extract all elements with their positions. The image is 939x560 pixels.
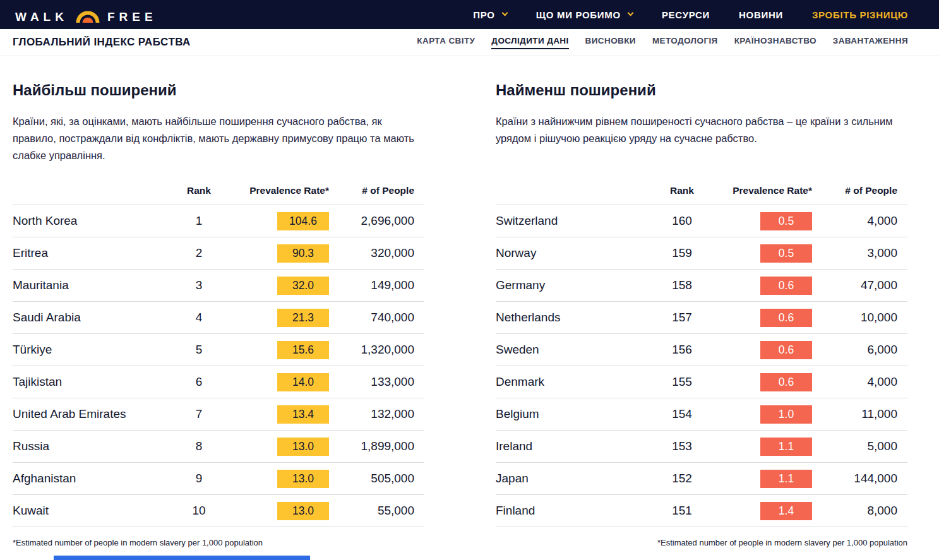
main-content: Найбільш поширений Країни, які, за оцінк… (0, 56, 939, 547)
people-count: 11,000 (812, 407, 907, 421)
table-row: Tajikistan614.0133,000 (13, 366, 424, 398)
people-count: 320,000 (329, 246, 424, 260)
prevalence-badge: 0.6 (760, 277, 812, 295)
rank-value: 156 (647, 343, 717, 357)
prevalence-cell: 104.6 (234, 212, 329, 230)
prevalence-badge: 104.6 (277, 212, 329, 230)
subnav-item-6[interactable]: ЗАВАНТАЖЕННЯ (833, 36, 908, 49)
table-header-row: Rank Prevalence Rate* # of People (496, 177, 907, 205)
top-nav-item-3[interactable]: РЕСУРСИ (662, 9, 710, 20)
table-row: Türkiye515.61,320,000 (13, 333, 424, 366)
logo-text-walk: WALK (15, 11, 68, 23)
top-nav-item-5[interactable]: ЗРОБІТЬ РІЗНИЦЮ (812, 9, 908, 20)
table-row: United Arab Emirates713.4132,000 (13, 398, 424, 430)
people-count: 6,000 (812, 343, 907, 357)
prevalence-badge: 1.0 (760, 405, 812, 424)
table-row: Russia813.01,899,000 (13, 430, 424, 462)
country-name: Saudi Arabia (13, 311, 164, 325)
people-count: 505,000 (329, 472, 424, 486)
prevalence-badge: 1.1 (760, 470, 812, 488)
prevalence-cell: 90.3 (234, 244, 329, 263)
country-name: United Arab Emirates (13, 407, 164, 421)
table-row: Mauritania332.0149,000 (13, 269, 424, 301)
people-count: 1,899,000 (329, 439, 424, 453)
prevalence-cell: 0.6 (717, 277, 812, 295)
top-nav-item-label: НОВИНИ (739, 9, 783, 20)
country-name: Ireland (496, 439, 647, 453)
column-header-rank: Rank (164, 185, 234, 196)
rank-value: 9 (164, 472, 234, 486)
prevalence-badge: 1.4 (760, 502, 812, 520)
rank-value: 2 (164, 246, 234, 260)
subnav-item-5[interactable]: КРАЇНОЗНАВСТВО (734, 36, 816, 49)
column-header-people: # of People (329, 185, 424, 196)
country-name: Mauritania (13, 278, 164, 292)
top-nav-item-2[interactable]: ЩО МИ РОБИМО (536, 9, 633, 20)
subnav-item-1[interactable]: КАРТА СВІТУ (417, 36, 475, 49)
country-name: Belgium (496, 407, 647, 421)
top-header-bar: WALK FREE ПРОЩО МИ РОБИМОРЕСУРСИНОВИНИЗР… (0, 0, 939, 29)
subnav-item-4[interactable]: МЕТОДОЛОГІЯ (652, 36, 718, 49)
logo-text-free: FREE (107, 11, 157, 23)
top-nav-item-label: РЕСУРСИ (662, 9, 710, 20)
top-nav-item-label: ПРО (473, 9, 494, 20)
prevalence-cell: 13.0 (234, 470, 329, 488)
rank-value: 158 (647, 278, 717, 292)
people-count: 3,000 (812, 246, 907, 260)
bottom-blue-bar (54, 556, 310, 560)
rank-value: 159 (647, 246, 717, 260)
subnav-bar: ГЛОБАЛЬНИЙ ІНДЕКС РАБСТВА КАРТА СВІТУДОС… (0, 29, 939, 56)
country-name: Russia (13, 439, 164, 453)
table-row: Eritrea290.3320,000 (13, 237, 424, 269)
rank-value: 160 (647, 214, 717, 228)
subnav-brand[interactable]: ГЛОБАЛЬНИЙ ІНДЕКС РАБСТВА (13, 36, 191, 49)
rank-value: 4 (164, 311, 234, 325)
prevalence-cell: 32.0 (234, 277, 329, 295)
prevalence-cell: 1.1 (717, 438, 812, 456)
people-count: 2,696,000 (329, 214, 424, 228)
prevalence-cell: 13.0 (234, 502, 329, 520)
people-count: 10,000 (812, 311, 907, 325)
country-name: Sweden (496, 343, 647, 357)
rank-value: 157 (647, 311, 717, 325)
country-name: Türkiye (13, 343, 164, 357)
country-name: North Korea (13, 214, 164, 228)
prevalence-cell: 0.6 (717, 373, 812, 391)
footnote: *Estimated number of people in modern sl… (496, 538, 907, 547)
country-name: Denmark (496, 375, 647, 389)
table-header-row: Rank Prevalence Rate* # of People (13, 177, 424, 205)
column-header-prevalence: Prevalence Rate* (717, 185, 812, 196)
prevalence-cell: 0.6 (717, 309, 812, 327)
top-nav-item-4[interactable]: НОВИНИ (739, 9, 783, 20)
rank-value: 154 (647, 407, 717, 421)
top-nav-item-label: ЗРОБІТЬ РІЗНИЦЮ (812, 9, 908, 20)
table-row: Norway1590.53,000 (496, 237, 907, 269)
rank-value: 3 (164, 278, 234, 292)
table-row: Belgium1541.011,000 (496, 398, 907, 430)
panel-title: Найменш поширений (496, 81, 907, 99)
table-row: North Korea1104.62,696,000 (13, 205, 424, 237)
country-name: Netherlands (496, 311, 647, 325)
prevalence-cell: 1.0 (717, 405, 812, 424)
subnav-item-2[interactable]: ДОСЛІДИТИ ДАНІ (491, 36, 568, 49)
table-row: Afghanistan913.0505,000 (13, 462, 424, 494)
column-header-prevalence: Prevalence Rate* (234, 185, 329, 196)
people-count: 47,000 (812, 278, 907, 292)
column-header-rank: Rank (647, 185, 717, 196)
table-row: Netherlands1570.610,000 (496, 301, 907, 333)
prevalence-badge: 13.4 (277, 405, 329, 424)
subnav-items: КАРТА СВІТУДОСЛІДИТИ ДАНІВИСНОВКИМЕТОДОЛ… (417, 36, 908, 49)
people-count: 5,000 (812, 439, 907, 453)
subnav-item-3[interactable]: ВИСНОВКИ (585, 36, 636, 49)
chevron-down-icon (627, 10, 633, 16)
prevalence-cell: 13.0 (234, 438, 329, 456)
walkfree-logo[interactable]: WALK FREE (15, 6, 157, 23)
panel-description: Країни з найнижчим рівнем поширеності су… (496, 113, 907, 177)
top-nav: ПРОЩО МИ РОБИМОРЕСУРСИНОВИНИЗРОБІТЬ РІЗН… (473, 9, 908, 20)
chevron-down-icon (501, 10, 508, 16)
column-header-people: # of People (812, 185, 907, 196)
top-nav-item-1[interactable]: ПРО (473, 9, 506, 20)
sunrise-logo-icon (75, 6, 101, 23)
country-name: Afghanistan (13, 472, 164, 486)
prevalence-badge: 21.3 (277, 309, 329, 327)
